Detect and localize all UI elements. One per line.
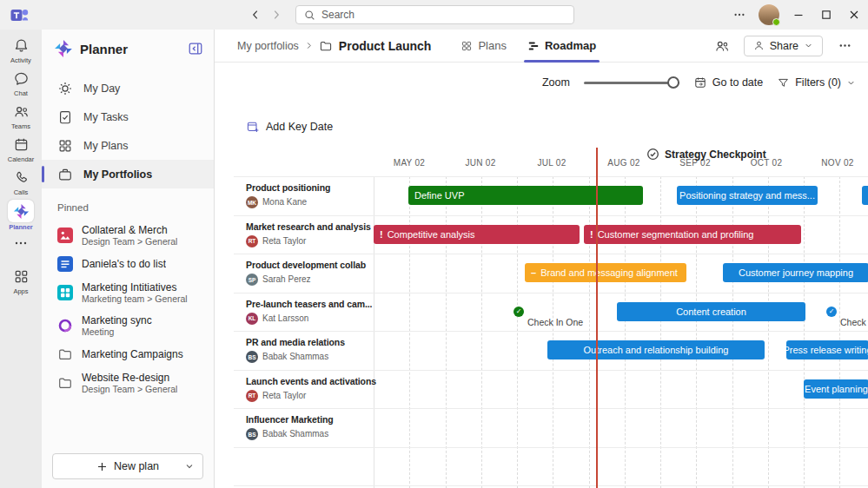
- grid-line: [589, 176, 590, 488]
- sidebar-item-my-portfolios[interactable]: My Portfolios: [42, 160, 214, 188]
- rail-item-activity[interactable]: Activity: [0, 35, 42, 68]
- sidebar-item-my-tasks[interactable]: My Tasks: [42, 102, 214, 131]
- new-plan-button[interactable]: New plan: [52, 453, 203, 479]
- rail-item-calendar[interactable]: Calendar: [0, 134, 42, 167]
- roadmap-bar[interactable]: Outreach and relationship building: [547, 340, 765, 359]
- milestone-check-icon[interactable]: ✓: [514, 307, 524, 317]
- task-name[interactable]: Product development collab: [246, 260, 366, 270]
- grid-line: [409, 176, 410, 488]
- planner-pinwheel-icon: [8, 200, 34, 222]
- bar-status-icon: !: [590, 229, 593, 240]
- close-button[interactable]: [840, 0, 868, 30]
- checkpoint-circle-check-icon: [646, 148, 659, 161]
- grid-line: [660, 176, 661, 488]
- minimize-button[interactable]: [785, 0, 812, 30]
- roadmap-bar[interactable]: Content creation: [617, 302, 805, 321]
- row-separator: [234, 176, 868, 177]
- go-to-date-label: Go to date: [712, 76, 763, 89]
- plans-grid-icon: [461, 40, 473, 52]
- more-dots-icon: [8, 233, 34, 254]
- key-date-marker[interactable]: Strategy Checkpoint: [646, 148, 766, 161]
- go-to-date-button[interactable]: Go to date: [693, 76, 763, 89]
- pinned-item-text: Collateral & Merch Design Team > General: [82, 224, 177, 247]
- grid-icon: [57, 138, 73, 154]
- tab-roadmap[interactable]: Roadmap: [527, 30, 596, 63]
- pinned-item-marketing-sync[interactable]: Marketing sync Meeting: [42, 309, 214, 342]
- portfolio-folder-icon: [319, 39, 333, 53]
- back-button[interactable]: [247, 6, 264, 23]
- pinned-item-website-redesign[interactable]: Website Re-design Design Team > General: [42, 366, 214, 399]
- roadmap-bar[interactable]: Event planning: [804, 379, 868, 399]
- sidebar-header: Planner: [42, 30, 214, 68]
- task-name[interactable]: Launch events and activations: [246, 376, 376, 386]
- roadmap-bar[interactable]: Define UVP: [408, 186, 643, 205]
- sidebar-item-label: My Tasks: [83, 111, 129, 123]
- tab-plans[interactable]: Plans: [461, 30, 507, 63]
- task-name[interactable]: Market research and analysis: [246, 221, 371, 232]
- roadmap-toolbar: Zoom Go to date Filters (0): [542, 69, 856, 96]
- roadmap-bar[interactable]: Customer journey mapping: [723, 263, 868, 282]
- month-label: JUN 02: [460, 158, 501, 168]
- roadmap-bar[interactable]: !Customer segmentation and profiling: [584, 225, 801, 244]
- bar-label: Press release writing: [786, 345, 868, 355]
- zoom-label: Zoom: [542, 76, 570, 89]
- search-icon: [304, 10, 315, 21]
- month-label: JUL 02: [531, 158, 573, 168]
- search-input[interactable]: Search: [295, 5, 574, 24]
- rail-item-more[interactable]: [0, 233, 42, 266]
- titlebar-more-button[interactable]: [726, 0, 753, 30]
- roadmap-bar[interactable]: Press release writing: [786, 340, 868, 359]
- rail-item-label: Apps: [13, 287, 28, 295]
- rail-item-planner[interactable]: Planner: [0, 200, 42, 233]
- zoom-slider-handle[interactable]: [667, 76, 679, 89]
- rail-item-calls[interactable]: Calls: [0, 167, 42, 200]
- maximize-button[interactable]: [812, 0, 840, 30]
- plus-icon: [96, 461, 108, 472]
- pinned-item-danielas-list[interactable]: Daniela's to do list: [42, 252, 214, 276]
- pinned-item-collateral-merch[interactable]: Collateral & Merch Design Team > General: [42, 219, 214, 252]
- pinned-item-text: Marketing sync Meeting: [82, 314, 152, 338]
- presence-available-dot: [772, 18, 780, 26]
- task-name[interactable]: PR and media relations: [246, 337, 345, 347]
- rail-item-teams[interactable]: Teams: [0, 101, 42, 134]
- rail-item-chat[interactable]: Chat: [0, 68, 42, 101]
- search-placeholder: Search: [321, 9, 354, 21]
- milestone-check-icon[interactable]: ✓: [826, 307, 837, 317]
- roadmap-bar[interactable]: Positioning strategy and mess...: [677, 186, 818, 205]
- rail-item-label: Chat: [14, 89, 28, 97]
- grid-line: [374, 176, 374, 488]
- teams-logo-icon[interactable]: [10, 6, 30, 23]
- assignee-avatar: SP: [246, 274, 258, 286]
- roadmap-grid: Strategy Checkpoint MAY 02JUN 02JUL 02AU…: [215, 30, 868, 488]
- bar-status-icon: –: [531, 267, 536, 278]
- sidebar-item-my-day[interactable]: My Day: [42, 74, 214, 102]
- grid-line: [517, 176, 518, 488]
- roadmap-bar[interactable]: !Competitive analysis: [374, 225, 580, 244]
- key-date-label: Strategy Checkpoint: [665, 148, 766, 161]
- collapse-sidebar-icon[interactable]: [188, 41, 203, 56]
- pinned-item-marketing-initiatives[interactable]: Marketing Intitiatives Marketing team > …: [42, 276, 214, 309]
- share-button[interactable]: Share: [744, 36, 823, 56]
- sidebar-item-my-plans[interactable]: My Plans: [42, 131, 214, 160]
- forward-button[interactable]: [268, 6, 285, 23]
- header-more-button[interactable]: [833, 35, 856, 57]
- roadmap-bar[interactable]: –Brand and messaging alignment: [525, 263, 686, 282]
- filters-button[interactable]: Filters (0): [777, 76, 856, 89]
- user-avatar[interactable]: [759, 4, 779, 25]
- zoom-slider[interactable]: [584, 76, 679, 89]
- person-icon: [753, 40, 765, 51]
- roadmap-bar[interactable]: [862, 186, 868, 205]
- assignee-name: Babak Shammas: [262, 352, 328, 361]
- add-key-date-button[interactable]: Add Key Date: [246, 120, 333, 134]
- chevron-down-icon[interactable]: [184, 461, 195, 472]
- row-separator: [234, 254, 868, 254]
- chat-bubble-icon: [8, 68, 34, 89]
- pinned-item-marketing-campaigns[interactable]: Marketing Campaigns: [42, 342, 214, 366]
- rail-item-apps[interactable]: Apps: [0, 266, 42, 299]
- members-people-icon[interactable]: [711, 35, 733, 57]
- new-plan-label: New plan: [114, 460, 159, 472]
- breadcrumb[interactable]: My portfolios: [237, 40, 299, 52]
- task-name[interactable]: Influencer Marketing: [246, 414, 334, 425]
- task-name[interactable]: Product positioning: [246, 182, 330, 193]
- task-name[interactable]: Pre-launch teasers and cam...: [246, 299, 372, 309]
